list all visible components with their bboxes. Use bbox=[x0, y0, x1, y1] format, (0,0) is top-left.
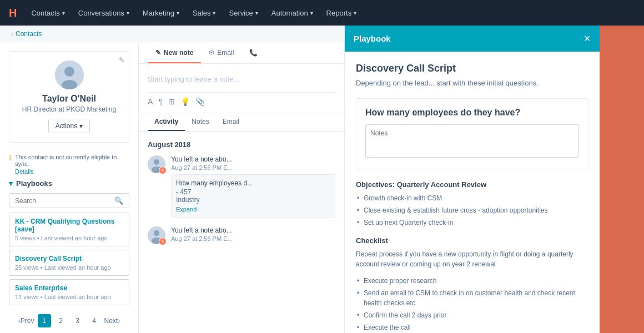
playbook-detail-panel: Playbook ✕ Discovery Call Script Dependi… bbox=[344, 26, 600, 333]
playbooks-chevron-icon: ▾ bbox=[9, 179, 13, 188]
tab-activity[interactable]: Activity bbox=[148, 113, 185, 131]
playbook-item-1-title: KK - CRM Qualifying Questions [save] bbox=[15, 218, 123, 233]
contact-title: HR Director at PKGD Marketing bbox=[22, 105, 116, 113]
activity-badge-2: ✎ bbox=[159, 238, 167, 245]
activity-avatar-2: ✎ bbox=[148, 226, 165, 244]
tab-notes[interactable]: Notes bbox=[185, 113, 215, 131]
script-description: Depending on the lead... start with thes… bbox=[356, 79, 588, 87]
new-note-icon: ✎ bbox=[155, 49, 161, 57]
note-compose-area: Start typing to leave a note... A ¶ ⊞ 💡 … bbox=[139, 64, 344, 113]
svg-point-7 bbox=[154, 230, 159, 236]
sync-notice: ℹ This contact is not currently eligible… bbox=[9, 149, 129, 179]
close-icon[interactable]: ✕ bbox=[583, 33, 591, 44]
nav-sales[interactable]: Sales ▾ bbox=[187, 7, 222, 19]
activity-note-title-1: How many employees d... bbox=[176, 179, 330, 187]
expand-link-1[interactable]: Expand bbox=[176, 206, 330, 213]
playbook-panel-header: Playbook ✕ bbox=[345, 26, 600, 52]
tab-email-activity[interactable]: Email bbox=[216, 113, 246, 131]
edit-icon[interactable]: ✎ bbox=[119, 56, 124, 64]
contact-name: Taylor O'Neil bbox=[42, 94, 96, 104]
call-icon: 📞 bbox=[249, 49, 258, 57]
checklist-list: Execute proper research Send an email to… bbox=[356, 276, 588, 333]
playbooks-section: ▾ Playbooks 🔍 KK - CRM Qualifying Questi… bbox=[9, 179, 129, 333]
attach-icon[interactable]: 📎 bbox=[195, 97, 205, 106]
question-card: How many employees do they have? bbox=[356, 98, 588, 169]
playbooks-search-input[interactable] bbox=[15, 197, 114, 205]
format-table-icon[interactable]: ⊞ bbox=[168, 97, 175, 106]
details-link[interactable]: Details bbox=[15, 168, 129, 175]
nav-reports[interactable]: Reports ▾ bbox=[321, 7, 363, 19]
playbooks-title: Playbooks bbox=[16, 179, 52, 188]
playbook-item-3-title: Sales Enterprise bbox=[15, 284, 123, 292]
checklist-item-2: Send an email to CSM to check in on cust… bbox=[356, 288, 588, 308]
prev-button[interactable]: ‹ Prev bbox=[18, 317, 34, 325]
playbook-panel-title: Playbook bbox=[354, 34, 391, 43]
activity-content-2: You left a note abo... Aug 27 at 2:56 PM… bbox=[171, 226, 335, 244]
nav-reports-caret: ▾ bbox=[354, 10, 356, 16]
activity-title-1: You left a note abo... bbox=[171, 155, 335, 163]
actions-button[interactable]: Actions ▾ bbox=[48, 119, 90, 133]
playbook-panel-body: Discovery Call Script Depending on the l… bbox=[345, 52, 600, 333]
actions-caret-icon: ▾ bbox=[79, 122, 83, 130]
question-text: How many employees do they have? bbox=[365, 108, 579, 118]
tab-new-note[interactable]: ✎ New note bbox=[148, 42, 201, 63]
pagination: ‹ Prev 1 2 3 4 Next › bbox=[9, 309, 129, 330]
hubspot-logo: H bbox=[9, 7, 17, 18]
next-button[interactable]: Next › bbox=[104, 317, 120, 325]
notes-textarea[interactable] bbox=[365, 124, 579, 158]
activity-content-1: You left a note abo... Aug 27 at 2:56 PM… bbox=[171, 155, 335, 218]
page-1-button[interactable]: 1 bbox=[38, 314, 51, 327]
nav-contacts-caret: ▾ bbox=[62, 10, 65, 16]
contact-sidebar: ✎ Taylor O'Neil HR Director at PKGD Mark… bbox=[0, 42, 139, 333]
nav-conversations[interactable]: Conversations ▾ bbox=[73, 7, 135, 19]
nav-service-caret: ▾ bbox=[255, 10, 258, 16]
tab-email[interactable]: ✉ Email bbox=[201, 42, 242, 63]
script-title: Discovery Call Script bbox=[356, 63, 588, 74]
activity-feed: August 2018 ✎ You left a note abo... Aug… bbox=[139, 132, 344, 333]
checklist-item-4: Execute the call bbox=[356, 322, 588, 332]
playbooks-header[interactable]: ▾ Playbooks bbox=[9, 179, 129, 188]
page-3-button[interactable]: 3 bbox=[71, 314, 84, 327]
activity-note-label-1: Industry bbox=[176, 196, 330, 204]
objective-item-1: Growth check-in with CSM bbox=[356, 193, 588, 203]
format-bold-icon[interactable]: A bbox=[148, 97, 153, 106]
playbook-item-2[interactable]: Discovery Call Script 25 views • Last vi… bbox=[9, 250, 129, 276]
svg-point-4 bbox=[154, 159, 159, 165]
nav-service[interactable]: Service ▾ bbox=[223, 7, 263, 19]
playbook-item-3[interactable]: Sales Enterprise 11 views • Last viewed … bbox=[9, 279, 129, 305]
playbook-item-1[interactable]: KK - CRM Qualifying Questions [save] 5 v… bbox=[9, 213, 129, 246]
nav-sales-caret: ▾ bbox=[213, 10, 215, 16]
format-paragraph-icon[interactable]: ¶ bbox=[158, 97, 163, 106]
page-4-button[interactable]: 4 bbox=[88, 314, 101, 327]
nav-automation[interactable]: Automation ▾ bbox=[266, 7, 319, 19]
activity-avatar-1: ✎ bbox=[148, 155, 165, 173]
activity-time-1: Aug 27 at 2:56 PM E... bbox=[171, 164, 335, 171]
avatar bbox=[55, 60, 84, 89]
format-bulb-icon[interactable]: 💡 bbox=[180, 97, 190, 106]
tab-call[interactable]: 📞 bbox=[242, 42, 265, 63]
breadcrumb-label[interactable]: Contacts bbox=[16, 30, 42, 38]
note-toolbar: A ¶ ⊞ 💡 📎 bbox=[148, 92, 335, 106]
nav-conversations-caret: ▾ bbox=[127, 10, 129, 16]
playbook-item-3-meta: 11 views • Last viewed an hour ago bbox=[15, 294, 123, 300]
playbooks-search-box[interactable]: 🔍 bbox=[9, 193, 129, 208]
activity-item-1: ✎ You left a note abo... Aug 27 at 2:56 … bbox=[148, 155, 335, 218]
objectives-heading: Objectives: Quarterly Account Review bbox=[356, 180, 588, 189]
playbook-item-2-meta: 25 views • Last viewed an hour ago bbox=[15, 264, 123, 271]
checklist-item-1: Execute proper research bbox=[356, 276, 588, 286]
activity-note-box-1: How many employees d... - 457 Industry E… bbox=[171, 174, 335, 218]
page-2-button[interactable]: 2 bbox=[54, 314, 68, 327]
nav-automation-caret: ▾ bbox=[310, 10, 313, 16]
note-placeholder[interactable]: Start typing to leave a note... bbox=[148, 70, 335, 88]
activity-item-2: ✎ You left a note abo... Aug 27 at 2:56 … bbox=[148, 226, 335, 244]
playbook-item-1-meta: 5 views • Last viewed an hour ago bbox=[15, 235, 123, 241]
checklist-item-3: Confirm the call 2 days prior bbox=[356, 310, 588, 320]
nav-contacts[interactable]: Contacts ▾ bbox=[26, 7, 70, 19]
info-icon: ℹ bbox=[9, 154, 12, 162]
checklist-heading: Checklist bbox=[356, 236, 588, 245]
activity-month: August 2018 bbox=[148, 140, 335, 149]
activity-tabs: Activity Notes Email bbox=[139, 113, 344, 132]
nav-marketing[interactable]: Marketing ▾ bbox=[137, 7, 185, 19]
search-icon: 🔍 bbox=[114, 196, 123, 205]
activity-badge-1: ✎ bbox=[159, 167, 167, 174]
